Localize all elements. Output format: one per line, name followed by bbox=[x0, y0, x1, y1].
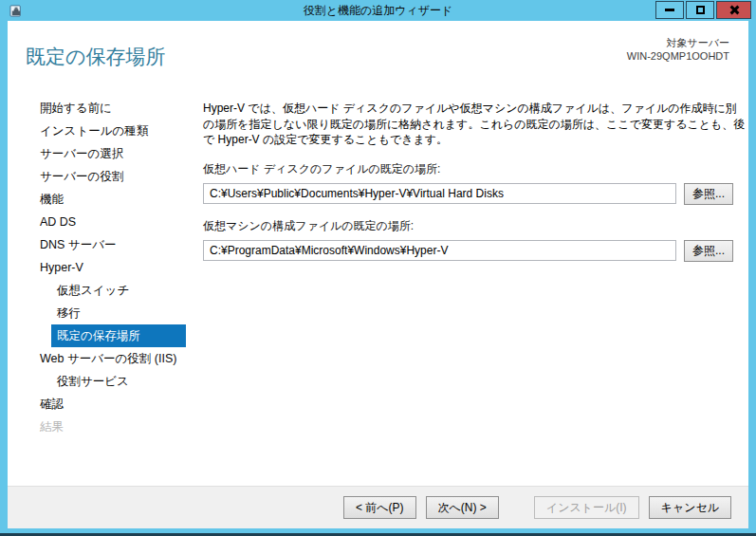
pane-description: Hyper-V では、仮想ハード ディスクのファイルや仮想マシンの構成ファイルは… bbox=[203, 101, 747, 148]
sidebar-item-web-server-iis[interactable]: Web サーバーの役割 (IIS) bbox=[8, 347, 190, 370]
wizard-steps-sidebar: 開始する前に インストールの種類 サーバーの選択 サーバーの役割 機能 AD D… bbox=[8, 95, 190, 486]
wizard-header: 既定の保存場所 対象サーバー WIN-29QMP1OOHDT bbox=[8, 21, 748, 95]
target-server-label: 対象サーバー bbox=[627, 36, 729, 49]
wizard-main: 開始する前に インストールの種類 サーバーの選択 サーバーの役割 機能 AD D… bbox=[8, 95, 748, 486]
minimize-icon bbox=[665, 9, 674, 11]
sidebar-item-ad-ds[interactable]: AD DS bbox=[8, 211, 190, 233]
page-title: 既定の保存場所 bbox=[26, 44, 166, 70]
vhd-browse-button[interactable]: 参照... bbox=[684, 183, 733, 205]
maximize-button[interactable] bbox=[686, 1, 714, 19]
sidebar-item-confirmation[interactable]: 確認 bbox=[8, 393, 190, 416]
titlebar: 役割と機能の追加ウィザード bbox=[0, 0, 756, 21]
close-button[interactable] bbox=[716, 1, 751, 19]
vm-config-location-input[interactable] bbox=[203, 240, 676, 261]
sidebar-item-results: 結果 bbox=[8, 416, 190, 438]
vhd-location-input[interactable] bbox=[203, 183, 676, 204]
sidebar-item-virtual-switch[interactable]: 仮想スイッチ bbox=[8, 279, 190, 302]
sidebar-item-server-roles[interactable]: サーバーの役割 bbox=[8, 165, 190, 188]
vm-config-browse-button[interactable]: 参照... bbox=[684, 240, 733, 262]
sidebar-item-default-stores[interactable]: 既定の保存場所 bbox=[51, 324, 186, 347]
sidebar-item-before-begin[interactable]: 開始する前に bbox=[8, 97, 190, 120]
sidebar-item-installation-type[interactable]: インストールの種類 bbox=[8, 120, 190, 142]
sidebar-item-dns-server[interactable]: DNS サーバー bbox=[8, 233, 190, 256]
sidebar-item-hyper-v[interactable]: Hyper-V bbox=[8, 256, 190, 279]
target-server-name: WIN-29QMP1OOHDT bbox=[627, 49, 729, 63]
wizard-window: 役割と機能の追加ウィザード 既定の保存場所 対象サーバー WIN-29QMP1O… bbox=[0, 0, 756, 536]
minimize-button[interactable] bbox=[655, 1, 684, 19]
sidebar-item-role-services[interactable]: 役割サービス bbox=[8, 370, 190, 393]
vm-config-location-label: 仮想マシンの構成ファイルの既定の場所: bbox=[203, 218, 747, 234]
sidebar-item-migration[interactable]: 移行 bbox=[8, 302, 190, 324]
next-button[interactable]: 次へ(N) > bbox=[426, 496, 499, 519]
sidebar-item-server-selection[interactable]: サーバーの選択 bbox=[8, 142, 190, 165]
cancel-button[interactable]: キャンセル bbox=[649, 496, 731, 519]
target-server-block: 対象サーバー WIN-29QMP1OOHDT bbox=[627, 36, 729, 63]
window-title: 役割と機能の追加ウィザード bbox=[0, 3, 756, 19]
sidebar-item-features[interactable]: 機能 bbox=[8, 188, 190, 211]
vhd-location-row: 参照... bbox=[203, 183, 747, 205]
close-icon bbox=[728, 5, 739, 15]
maximize-icon bbox=[696, 6, 705, 14]
previous-button[interactable]: < 前へ(P) bbox=[343, 496, 416, 519]
vhd-location-label: 仮想ハード ディスクのファイルの既定の場所: bbox=[203, 161, 747, 177]
wizard-body: 既定の保存場所 対象サーバー WIN-29QMP1OOHDT 開始する前に イン… bbox=[8, 21, 748, 528]
vm-config-location-row: 参照... bbox=[203, 240, 747, 262]
wizard-footer: < 前へ(P) 次へ(N) > インストール(I) キャンセル bbox=[8, 486, 748, 528]
install-button: インストール(I) bbox=[534, 496, 639, 519]
default-stores-pane: Hyper-V では、仮想ハード ディスクのファイルや仮想マシンの構成ファイルは… bbox=[190, 95, 756, 486]
